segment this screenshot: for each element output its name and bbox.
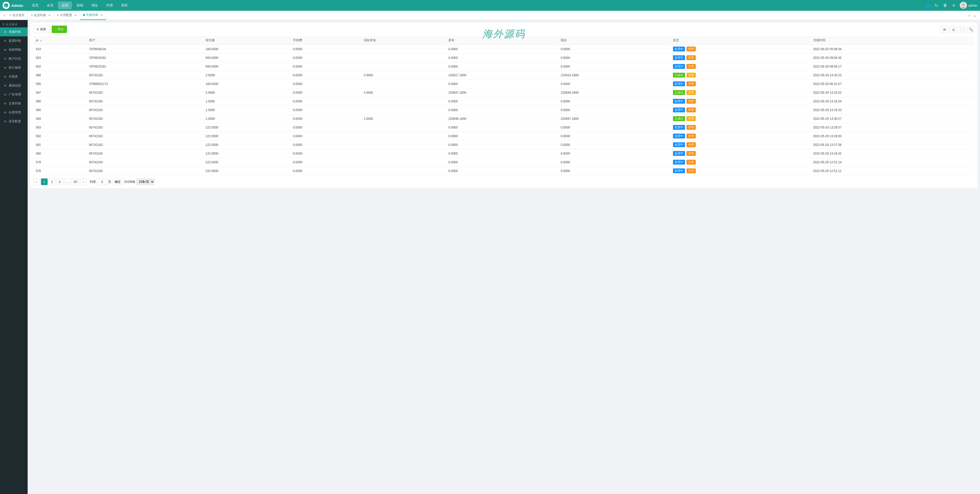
cell-original: 0.0000 xyxy=(446,158,558,167)
action-badge[interactable]: 经理 xyxy=(687,46,696,51)
status-badge[interactable]: 已成功 xyxy=(673,116,685,121)
refresh-button[interactable]: ↻ 刷新 xyxy=(33,25,49,33)
globe-icon[interactable]: 🌐 xyxy=(925,3,931,8)
sidebar-item-recharge[interactable]: ≡ 充值列表 xyxy=(0,27,28,37)
cell-actual xyxy=(361,132,446,140)
content-area: 海外源码 ↻ 刷新 ↓ 导出 ⊞ 🖨 ⛶ 🔍 xyxy=(28,20,980,494)
cell-id: 595 xyxy=(33,80,86,88)
user-info[interactable]: admin xyxy=(960,2,977,9)
sidebar-item-articles[interactable]: ≡ 文章列表 xyxy=(0,99,28,108)
cell-current: 0.0000 xyxy=(558,149,670,158)
cell-fee: 0.0000 xyxy=(290,88,361,97)
status-badge[interactable]: 处理中 xyxy=(673,134,685,139)
cell-amount: 222.0000 xyxy=(203,167,290,175)
close-icon[interactable]: ✕ xyxy=(951,3,957,8)
tab-dashboard[interactable]: 后台首页 xyxy=(6,11,28,20)
fullscreen-btn[interactable]: ⛶ xyxy=(959,26,966,33)
action-badge[interactable]: 经理 xyxy=(687,142,696,147)
status-badge[interactable]: 处理中 xyxy=(673,125,685,130)
cell-actual xyxy=(361,158,446,167)
refresh-icon[interactable]: ↻ xyxy=(934,3,939,8)
tab-recharge[interactable]: 充值列表 ✕ xyxy=(80,11,106,20)
table-row: 579 65742183 222.0000 0.0000 0.0000 0.00… xyxy=(33,158,974,167)
nav-home[interactable]: 首页 xyxy=(29,2,42,9)
status-badge[interactable]: 处理中 xyxy=(673,160,685,164)
page-confirm-btn[interactable]: 确定 xyxy=(112,178,123,185)
search-btn[interactable]: 🔍 xyxy=(967,26,974,33)
cell-user: 65742183 xyxy=(86,158,203,167)
cell-actual: 2.0000 xyxy=(361,88,446,97)
action-badge[interactable]: 经理 xyxy=(687,107,696,112)
action-badge[interactable]: 经理 xyxy=(687,151,696,156)
action-badge[interactable]: 经理 xyxy=(687,81,696,86)
status-badge[interactable]: 已成功 xyxy=(673,90,685,95)
status-badge[interactable]: 处理中 xyxy=(673,169,685,173)
action-badge[interactable]: 经理 xyxy=(687,160,696,164)
action-badge[interactable]: 经理 xyxy=(687,99,696,104)
sidebar-item-ads[interactable]: ≡ 广告管理 xyxy=(0,90,28,99)
delete-icon[interactable]: 🗑 xyxy=(942,3,948,8)
action-badge[interactable]: 查看 xyxy=(687,116,696,121)
action-badge[interactable]: 经理 xyxy=(687,125,696,130)
tab-close-icon[interactable]: ✕ xyxy=(74,14,77,17)
page-2-btn[interactable]: 2 xyxy=(49,178,55,185)
sidebar-item-transfer[interactable]: ≡ 划转明细 xyxy=(0,45,28,54)
nav-agent[interactable]: 代理 xyxy=(103,2,116,9)
status-badge[interactable]: 处理中 xyxy=(673,107,685,112)
cell-time: 2022-05-29 12:51:14 xyxy=(811,158,975,167)
status-badge[interactable]: 处理中 xyxy=(673,81,685,86)
page-3-btn[interactable]: 3 xyxy=(56,178,63,185)
sidebar-item-category[interactable]: ≡ 分类管理 xyxy=(0,108,28,117)
status-badge[interactable]: 处理中 xyxy=(673,142,685,147)
nav-system[interactable]: 系统 xyxy=(118,2,131,9)
sidebar-item-stats[interactable]: ≡ 统计报表 xyxy=(0,63,28,72)
app-name: Admin xyxy=(11,3,23,8)
col-amount: 发生额 xyxy=(203,36,290,45)
action-badge[interactable]: 经理 xyxy=(687,134,696,139)
nav-address[interactable]: 地址 xyxy=(88,2,102,9)
sidebar-item-language[interactable]: ≡ 语言配置 xyxy=(0,117,28,126)
nav-member[interactable]: 会员 xyxy=(43,2,57,9)
sidebar-item-label: 文章列表 xyxy=(9,101,21,106)
page-1-btn[interactable]: 1 xyxy=(41,178,48,185)
print-btn[interactable]: 🖨 xyxy=(950,26,957,33)
grid-view-btn[interactable]: ⊞ xyxy=(941,26,948,33)
nav-operations[interactable]: 运营 xyxy=(58,2,72,9)
status-badge[interactable]: 处理中 xyxy=(673,151,685,156)
col-status: 状态 xyxy=(670,36,810,45)
status-badge[interactable]: 已成功 xyxy=(673,73,685,78)
status-badge[interactable]: 处理中 xyxy=(673,99,685,104)
nav-game[interactable]: 游戏 xyxy=(73,2,87,9)
status-badge[interactable]: 处理中 xyxy=(673,55,685,60)
cell-original: 0.0000 xyxy=(446,45,558,54)
page-next-btn[interactable]: › xyxy=(80,178,87,185)
page-size-select[interactable]: 15条/页 30条/页 50条/页 xyxy=(136,178,154,185)
page-number-input[interactable] xyxy=(97,178,107,185)
export-button[interactable]: ↓ 导出 xyxy=(52,25,67,33)
action-badge[interactable]: 查看 xyxy=(687,90,696,95)
table-row: 583 65742183 123.0000 0.0000 0.0000 0.00… xyxy=(33,123,974,132)
tab-close-icon[interactable]: ✕ xyxy=(48,14,51,17)
sidebar-item-daily[interactable]: ≡ 日报表 xyxy=(0,72,28,81)
action-badge[interactable]: 经理 xyxy=(687,55,696,60)
status-badge[interactable]: 处理中 xyxy=(673,64,685,69)
page-prev-btn[interactable]: ‹ xyxy=(33,178,40,185)
cell-current: 0.0000 xyxy=(558,80,670,88)
page-30-btn[interactable]: 30 xyxy=(72,178,79,185)
tab-menu-btn[interactable]: ⌄ xyxy=(972,13,978,18)
tab-prev-btn[interactable]: ‹ xyxy=(2,13,6,18)
tab-next-btn[interactable]: › xyxy=(967,13,972,18)
cell-user: 65742183 xyxy=(86,140,203,149)
action-badge[interactable]: 查看 xyxy=(687,73,696,78)
table-row: 578 65742183 222.0000 0.0000 0.0000 0.00… xyxy=(33,167,974,175)
action-badge[interactable]: 经理 xyxy=(687,169,696,173)
status-badge[interactable]: 处理中 xyxy=(673,46,685,51)
sidebar-item-withdrawal[interactable]: ≡ 提现列表 xyxy=(0,37,28,45)
sidebar-item-account-log[interactable]: ≡ 账户日志 xyxy=(0,54,28,63)
sidebar-item-basic-info[interactable]: ≡ 基础信息 xyxy=(0,81,28,90)
cell-status: 处理中 经理 xyxy=(670,80,810,88)
tab-members[interactable]: 会员列表 ✕ xyxy=(28,11,54,20)
tab-coin-config[interactable]: 分币配置 ✕ xyxy=(54,11,80,20)
tab-close-icon[interactable]: ✕ xyxy=(100,13,103,17)
action-badge[interactable]: 经理 xyxy=(687,64,696,69)
